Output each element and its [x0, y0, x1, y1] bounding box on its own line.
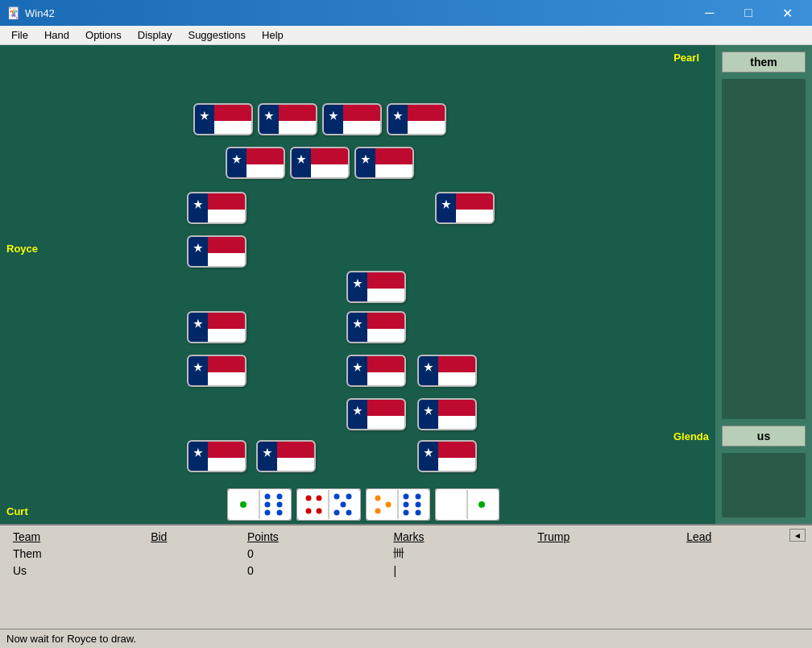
- svg-point-117: [317, 496, 322, 501]
- tile-center-5: [346, 398, 406, 430]
- svg-rect-62: [277, 442, 314, 458]
- svg-rect-92: [367, 400, 404, 416]
- svg-rect-23: [246, 164, 284, 177]
- close-button[interactable]: ✕: [768, 0, 806, 26]
- svg-rect-97: [438, 400, 475, 416]
- svg-rect-71: [348, 272, 367, 301]
- tile-curt-1[interactable]: [227, 488, 292, 521]
- svg-point-110: [265, 502, 271, 508]
- tile-curt-4[interactable]: [435, 488, 499, 521]
- svg-point-123: [334, 510, 340, 516]
- svg-rect-56: [188, 442, 208, 471]
- svg-rect-33: [375, 164, 412, 177]
- svg-rect-41: [188, 237, 208, 266]
- them-points: 0: [241, 545, 387, 563]
- svg-rect-13: [343, 121, 380, 134]
- col-lead: Lead: [680, 529, 806, 545]
- svg-point-128: [386, 502, 392, 508]
- us-team: Us: [6, 563, 144, 579]
- player-pearl: Pearl: [673, 52, 699, 64]
- menu-hand[interactable]: Hand: [36, 27, 77, 43]
- side-panel: them us: [715, 45, 812, 524]
- svg-point-109: [277, 494, 283, 500]
- svg-rect-37: [208, 193, 245, 210]
- tile-pearl-1: [193, 103, 253, 135]
- tile-center-7: [417, 440, 477, 472]
- svg-rect-66: [437, 193, 456, 222]
- us-trump: [531, 563, 680, 579]
- svg-point-135: [416, 510, 421, 516]
- svg-rect-12: [343, 105, 380, 121]
- svg-point-107: [240, 501, 246, 508]
- svg-rect-61: [258, 442, 277, 471]
- svg-rect-93: [367, 416, 404, 429]
- svg-rect-87: [438, 356, 475, 372]
- score-row-them: Them 0 卌: [6, 545, 806, 563]
- svg-rect-11: [324, 105, 343, 134]
- menu-options[interactable]: Options: [77, 27, 130, 43]
- status-message: Now wait for Royce to draw.: [6, 633, 136, 645]
- tile-curt-3[interactable]: [366, 488, 430, 521]
- svg-point-121: [346, 494, 352, 500]
- svg-rect-18: [408, 121, 445, 134]
- col-team: Team: [6, 529, 144, 545]
- svg-rect-28: [311, 164, 348, 177]
- them-lead: [680, 545, 806, 563]
- menu-file[interactable]: File: [3, 27, 36, 43]
- player-royce: Royce: [6, 243, 38, 255]
- status-bar: Now wait for Royce to draw.: [0, 629, 812, 648]
- svg-rect-76: [348, 313, 367, 342]
- svg-rect-3: [214, 121, 251, 134]
- svg-point-138: [478, 501, 485, 508]
- them-bid: [144, 545, 241, 563]
- window-title: Win42: [25, 7, 55, 19]
- tile-royce-6: [256, 440, 316, 472]
- svg-point-124: [346, 510, 352, 516]
- svg-rect-98: [438, 416, 475, 429]
- svg-rect-42: [208, 237, 245, 253]
- svg-point-112: [265, 510, 271, 516]
- svg-point-134: [404, 510, 409, 516]
- svg-point-120: [334, 494, 340, 500]
- svg-rect-86: [419, 356, 438, 385]
- tile-pearl-4: [387, 103, 446, 135]
- svg-rect-58: [208, 458, 245, 471]
- svg-rect-6: [259, 105, 279, 134]
- svg-rect-72: [367, 272, 404, 289]
- svg-rect-8: [279, 121, 316, 134]
- svg-rect-26: [292, 148, 311, 177]
- game-area: Pearl Royce Glenda Curt: [0, 45, 715, 524]
- svg-rect-31: [356, 148, 375, 177]
- tile-curt-2[interactable]: [296, 488, 361, 521]
- svg-rect-43: [208, 253, 245, 266]
- col-points: Points: [241, 529, 387, 545]
- svg-rect-83: [367, 372, 404, 385]
- menu-display[interactable]: Display: [130, 27, 180, 43]
- svg-rect-67: [456, 193, 493, 210]
- scroll-button[interactable]: ◄: [789, 529, 806, 542]
- svg-rect-81: [348, 356, 367, 385]
- svg-rect-47: [208, 313, 245, 329]
- col-bid: Bid: [144, 529, 241, 545]
- svg-rect-17: [408, 105, 445, 121]
- svg-rect-21: [227, 148, 246, 177]
- maximize-button[interactable]: □: [730, 0, 767, 26]
- svg-rect-102: [438, 442, 475, 458]
- minimize-button[interactable]: ─: [691, 0, 728, 26]
- svg-point-116: [306, 496, 312, 501]
- svg-rect-16: [388, 105, 408, 134]
- menu-suggestions[interactable]: Suggestions: [180, 27, 254, 43]
- tile-center-4: [417, 355, 477, 387]
- svg-rect-96: [419, 400, 438, 429]
- title-bar: 🃏 Win42 ─ □ ✕: [0, 0, 812, 26]
- svg-rect-88: [438, 372, 475, 385]
- us-lead: [680, 563, 806, 579]
- them-trump: [531, 545, 680, 563]
- menu-help[interactable]: Help: [254, 27, 292, 43]
- svg-rect-22: [246, 148, 284, 164]
- svg-rect-53: [208, 372, 245, 385]
- tile-pearl-6: [290, 147, 350, 179]
- svg-point-122: [341, 502, 346, 508]
- svg-point-133: [416, 502, 421, 508]
- them-label: them: [722, 52, 806, 73]
